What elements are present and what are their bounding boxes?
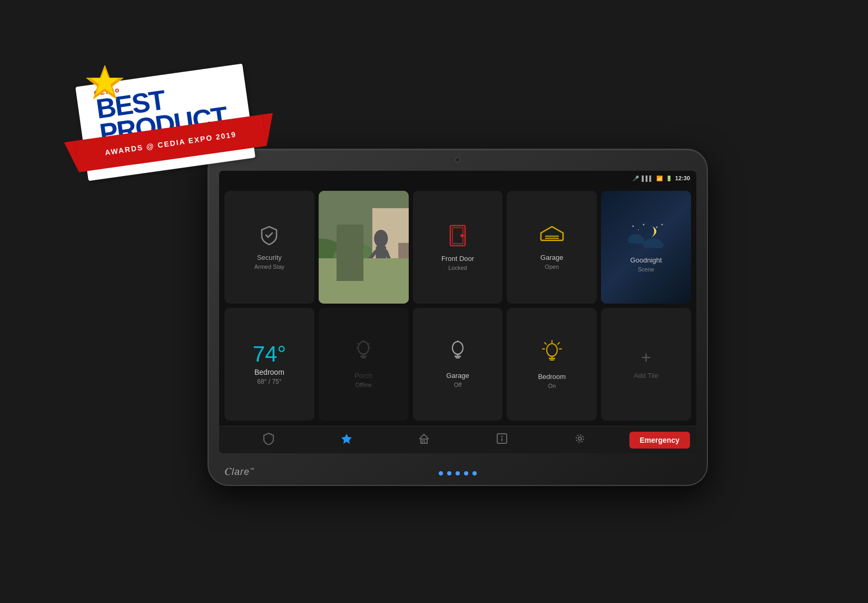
- bedroom-temp-label: Bedroom: [254, 367, 284, 377]
- camera-scene: [319, 191, 409, 304]
- goodnight-sublabel: Scene: [638, 266, 654, 273]
- garage-light-tile[interactable]: Garage Off: [413, 308, 503, 421]
- nav-info[interactable]: [492, 429, 512, 451]
- emergency-button[interactable]: Emergency: [629, 432, 690, 449]
- porch-light-icon: [354, 341, 373, 368]
- svg-marker-57: [341, 434, 352, 444]
- device-screen: 🎤 ▌▌▌ 📶 🔋 12:30 Security A: [219, 171, 696, 453]
- indicator-dot-3: [456, 471, 460, 475]
- svg-point-5: [333, 243, 377, 274]
- security-sublabel: Armed Stay: [254, 264, 284, 270]
- goodnight-icon: [628, 222, 665, 253]
- bedroom-temp-sublabel: 68° / 75°: [257, 378, 281, 385]
- svg-rect-8: [390, 273, 409, 281]
- svg-point-30: [634, 237, 645, 244]
- bedroom-temp-tile[interactable]: 74° Bedroom 68° / 75°: [224, 308, 314, 421]
- svg-point-26: [661, 224, 663, 226]
- svg-point-43: [452, 342, 463, 354]
- svg-line-50: [558, 343, 559, 344]
- battery-icon: 🔋: [666, 176, 672, 181]
- svg-rect-3: [319, 260, 409, 304]
- mic-icon: 🎤: [633, 176, 639, 181]
- svg-rect-11: [376, 246, 386, 267]
- badge-text-content: CEPro BEST PRODUCT: [94, 72, 229, 146]
- nav-items: [219, 428, 629, 452]
- status-time: 12:30: [675, 175, 690, 181]
- svg-point-24: [643, 224, 644, 226]
- svg-line-15: [384, 267, 386, 279]
- svg-rect-7: [398, 243, 409, 278]
- bedroom-light-tile[interactable]: Bedroom On: [507, 308, 597, 421]
- svg-point-10: [374, 230, 388, 247]
- camera-tile[interactable]: [319, 191, 409, 304]
- svg-marker-0: [86, 65, 123, 99]
- garage-light-label: Garage: [446, 372, 469, 381]
- svg-rect-9: [385, 279, 408, 286]
- indicator-dot-2: [447, 471, 451, 475]
- add-tile-label: Add Tile: [634, 372, 658, 381]
- frontdoor-tile[interactable]: Front Door Locked: [413, 191, 503, 304]
- svg-point-4: [319, 239, 346, 274]
- indicator-dot-5: [472, 471, 477, 475]
- garage-light-sublabel: Off: [454, 382, 461, 388]
- garage-tile[interactable]: Garage Open: [507, 191, 597, 304]
- temperature-value: 74°: [253, 343, 287, 365]
- badge-star-icon: [86, 64, 123, 101]
- nav-favorites[interactable]: [337, 429, 357, 451]
- svg-point-62: [501, 436, 502, 437]
- goodnight-label: Goodnight: [630, 256, 662, 265]
- svg-line-14: [376, 267, 377, 279]
- clare-logo-text: lare: [232, 466, 250, 477]
- tiles-grid: Security Armed Stay: [219, 186, 696, 426]
- svg-rect-58: [421, 439, 427, 443]
- status-bar: 🎤 ▌▌▌ 📶 🔋 12:30: [219, 171, 696, 186]
- indicator-dot-4: [464, 471, 468, 475]
- porch-sublabel: Offline: [355, 382, 372, 388]
- badge-product: PRODUCT: [98, 104, 228, 146]
- svg-rect-59: [422, 441, 425, 443]
- svg-point-25: [656, 227, 657, 228]
- frontdoor-icon: [447, 223, 468, 251]
- nav-settings[interactable]: [570, 429, 590, 451]
- bedroom-light-label: Bedroom: [538, 373, 566, 382]
- svg-point-64: [576, 435, 584, 442]
- scene: CEPro BEST PRODUCT AWARDS @ CEDIA EXPO 2…: [144, 96, 724, 507]
- goodnight-tile[interactable]: Goodnight Scene: [601, 191, 691, 304]
- svg-point-23: [632, 226, 634, 227]
- nav-home[interactable]: [414, 429, 434, 451]
- bottom-nav: Emergency: [219, 426, 696, 453]
- bedroom-light-sublabel: On: [548, 383, 556, 389]
- porch-tile[interactable]: Porch Offline: [319, 308, 409, 421]
- svg-point-34: [358, 342, 369, 354]
- svg-point-63: [578, 437, 581, 440]
- device-shell: 🎤 ▌▌▌ 📶 🔋 12:30 Security A: [208, 149, 708, 486]
- badge-brand: CEPro: [94, 72, 222, 98]
- garage-sublabel: Open: [545, 264, 559, 270]
- svg-marker-1: [91, 69, 119, 95]
- frontdoor-label: Front Door: [441, 255, 474, 264]
- clare-logo-c: 𝐶: [224, 465, 232, 477]
- garage-light-icon: [448, 341, 467, 368]
- svg-line-49: [545, 343, 546, 344]
- nav-security[interactable]: [259, 428, 279, 452]
- wifi-icon: 📶: [656, 176, 663, 181]
- clare-logo: 𝐶lare™: [224, 465, 255, 478]
- porch-label: Porch: [354, 372, 372, 381]
- badge-best: BEST: [95, 79, 225, 121]
- frontdoor-sublabel: Locked: [448, 265, 467, 271]
- clare-logo-tm: ™: [250, 467, 255, 472]
- security-tile[interactable]: Security Armed Stay: [224, 191, 314, 304]
- add-tile[interactable]: + Add Tile: [601, 308, 691, 421]
- add-icon: +: [641, 348, 651, 367]
- bedroom-light-icon: [541, 339, 563, 369]
- security-icon: [259, 225, 280, 250]
- home-indicator: [439, 471, 477, 475]
- svg-point-53: [547, 344, 557, 356]
- device-camera: [455, 157, 460, 162]
- signal-icon: ▌▌▌: [642, 176, 653, 181]
- garage-icon: [539, 225, 565, 250]
- svg-point-27: [638, 229, 639, 230]
- indicator-dot-1: [439, 471, 443, 475]
- garage-label: Garage: [540, 254, 563, 262]
- svg-point-32: [643, 241, 653, 248]
